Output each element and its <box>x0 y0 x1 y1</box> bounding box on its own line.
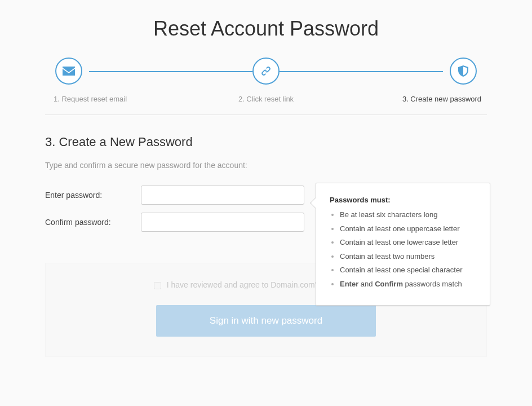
password-form: Enter password: Confirm password: Passwo… <box>45 186 487 232</box>
rule-item: Contain at least one lowercase letter <box>340 237 477 248</box>
step-request-email <box>55 58 82 85</box>
divider <box>45 114 487 115</box>
tooltip-title: Passwords must: <box>330 196 477 204</box>
step-label-3: 3. Create new password <box>397 95 487 103</box>
rule-item: Contain at least two numbers <box>340 251 477 262</box>
step-label-2: 2. Click reset link <box>221 95 311 103</box>
step-label-1: 1. Request reset email <box>45 95 135 103</box>
confirm-password-label: Confirm password: <box>45 218 141 227</box>
stepper <box>55 58 477 85</box>
step-labels: 1. Request reset email 2. Click reset li… <box>45 95 487 103</box>
agree-text-pre: I have reviewed and agree to Domain.com'… <box>167 280 323 289</box>
enter-password-label: Enter password: <box>45 191 141 200</box>
confirm-password-input[interactable] <box>141 213 304 232</box>
rule-item: Be at least six characters long <box>340 210 477 220</box>
step-click-link <box>252 58 280 85</box>
page-title: Reset Account Password <box>45 17 487 41</box>
agree-checkbox[interactable] <box>154 282 161 289</box>
stepper-line <box>89 71 252 72</box>
shield-icon <box>450 58 477 85</box>
envelope-icon <box>55 58 82 85</box>
enter-password-input[interactable] <box>141 186 304 205</box>
section-heading: 3. Create a New Password <box>45 135 487 149</box>
stepper-line <box>280 71 443 72</box>
password-rules-tooltip: Passwords must: Be at least six characte… <box>316 183 490 306</box>
rule-item: Contain at least one uppercase letter <box>340 224 477 234</box>
link-icon <box>252 58 280 85</box>
rule-item: Contain at least one special character <box>340 265 477 275</box>
signin-button[interactable]: Sign in with new password <box>156 305 376 337</box>
step-create-password <box>450 58 477 85</box>
section-subheading: Type and confirm a secure new password f… <box>45 161 487 170</box>
rule-item-match: Enter and Confirm passwords match <box>340 279 477 289</box>
